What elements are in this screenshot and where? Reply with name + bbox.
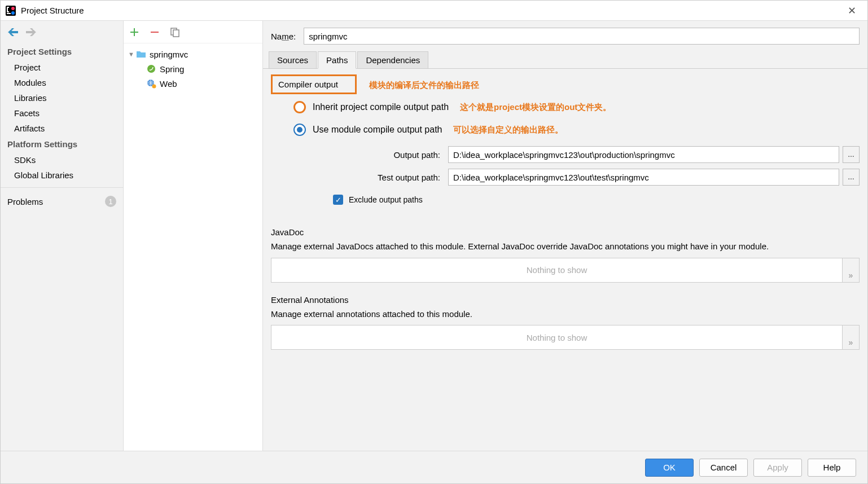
annotation-compiler-output: 模块的编译后文件的输出路径 — [369, 80, 479, 90]
nav-forward-icon[interactable]: 🡪 — [25, 26, 37, 39]
output-path-browse-button[interactable]: … — [843, 146, 860, 163]
external-expand-icon[interactable]: » — [843, 325, 860, 350]
javadoc-box: Nothing to show » — [271, 258, 860, 283]
apply-button[interactable]: Apply — [753, 459, 802, 477]
module-tree: ▼ springmvc Spring Web — [124, 43, 262, 94]
sidebar-item-global-libraries[interactable]: Global Libraries — [1, 168, 123, 183]
compile-output-options: Inherit project compile output path 这个就是… — [271, 95, 860, 223]
body: 🡨 🡪 Project Settings Project Modules Lib… — [1, 21, 867, 451]
tab-body-paths: Compiler output 模块的编译后文件的输出路径 Inherit pr… — [263, 68, 867, 451]
svg-point-9 — [152, 85, 156, 89]
tab-paths[interactable]: Paths — [318, 51, 356, 69]
radio-use-module-row[interactable]: Use module compile output path 可以选择自定义的输… — [293, 124, 860, 136]
sidebar-item-sdks[interactable]: SDKs — [1, 152, 123, 168]
test-output-path-browse-button[interactable]: … — [843, 169, 860, 186]
external-placeholder: Nothing to show — [271, 325, 843, 350]
test-output-path-label: Test output path: — [327, 173, 440, 182]
tree-root-label: springmvc — [150, 50, 188, 59]
intellij-icon — [5, 5, 16, 16]
sidebar-item-libraries[interactable]: Libraries — [1, 90, 123, 105]
name-row: Name: — [263, 21, 867, 51]
svg-point-2 — [11, 7, 15, 10]
tab-sources[interactable]: Sources — [269, 51, 317, 69]
sidebar: 🡨 🡪 Project Settings Project Modules Lib… — [1, 21, 124, 451]
tree-item-spring[interactable]: Spring — [124, 61, 262, 76]
add-icon[interactable] — [129, 27, 139, 37]
external-annotations-group: External Annotations Manage external ann… — [271, 295, 860, 350]
project-settings-heading: Project Settings — [1, 43, 123, 60]
titlebar: Project Structure ✕ — [1, 1, 867, 21]
annotation-inherit: 这个就是project模块设置的out文件夹。 — [460, 102, 611, 113]
external-title: External Annotations — [271, 295, 860, 305]
problems-count-badge: 1 — [105, 196, 116, 207]
nav-arrows: 🡨 🡪 — [1, 21, 123, 43]
output-path-label: Output path: — [327, 150, 440, 160]
tab-dependencies[interactable]: Dependencies — [357, 51, 428, 69]
ok-button[interactable]: OK — [645, 459, 694, 477]
sidebar-divider — [1, 187, 123, 188]
radio-inherit-row[interactable]: Inherit project compile output path 这个就是… — [293, 101, 860, 113]
sidebar-item-project[interactable]: Project — [1, 60, 123, 75]
sidebar-item-problems[interactable]: Problems 1 — [1, 192, 123, 210]
sidebar-item-modules[interactable]: Modules — [1, 75, 123, 90]
name-input[interactable] — [304, 28, 860, 45]
caret-down-icon[interactable]: ▼ — [128, 51, 136, 58]
folder-icon — [136, 49, 146, 59]
svg-rect-6 — [173, 30, 179, 37]
window-title: Project Structure — [21, 6, 840, 15]
output-path-row: Output path: … — [327, 146, 860, 163]
module-tree-panel: ▼ springmvc Spring Web — [124, 21, 263, 451]
radio-use-module-label: Use module compile output path — [313, 125, 442, 135]
javadoc-group: JavaDoc Manage external JavaDocs attache… — [271, 227, 860, 283]
sidebar-item-artifacts[interactable]: Artifacts — [1, 121, 123, 136]
radio-inherit-label: Inherit project compile output path — [313, 102, 449, 112]
platform-settings-heading: Platform Settings — [1, 136, 123, 152]
radio-inherit[interactable] — [293, 101, 306, 113]
svg-rect-1 — [7, 13, 11, 14]
tabs: Sources Paths Dependencies — [263, 51, 867, 69]
copy-icon[interactable] — [170, 27, 180, 37]
javadoc-expand-icon[interactable]: » — [843, 258, 860, 283]
external-box: Nothing to show » — [271, 325, 860, 350]
javadoc-placeholder: Nothing to show — [271, 258, 843, 283]
compiler-output-heading-row: Compiler output 模块的编译后文件的输出路径 — [271, 74, 860, 95]
exclude-label: Exclude output paths — [349, 195, 423, 204]
spring-icon — [146, 64, 156, 74]
tree-item-label: Spring — [160, 64, 184, 74]
web-icon — [146, 78, 156, 89]
test-output-path-row: Test output path: … — [327, 169, 860, 186]
radio-use-module[interactable] — [293, 124, 306, 136]
main-panel: Name: Sources Paths Dependencies Compile… — [263, 21, 867, 451]
problems-label: Problems — [7, 197, 43, 206]
project-structure-window: Project Structure ✕ 🡨 🡪 Project Settings… — [0, 0, 868, 484]
output-path-input[interactable] — [448, 146, 839, 163]
svg-point-7 — [147, 65, 155, 73]
cancel-button[interactable]: Cancel — [699, 459, 748, 477]
name-label: Name: — [271, 32, 296, 41]
remove-icon[interactable] — [150, 27, 160, 37]
close-icon[interactable]: ✕ — [840, 5, 863, 17]
exclude-checkbox[interactable]: ✓ — [333, 195, 343, 205]
tree-item-web[interactable]: Web — [124, 76, 262, 91]
footer: OK Cancel Apply Help — [1, 451, 867, 483]
test-output-path-input[interactable] — [448, 169, 839, 186]
nav-back-icon[interactable]: 🡨 — [7, 26, 19, 39]
exclude-output-row[interactable]: ✓ Exclude output paths — [333, 195, 860, 205]
compiler-output-title: Compiler output — [271, 74, 357, 94]
help-button[interactable]: Help — [808, 459, 856, 477]
external-desc: Manage external annotations attached to … — [271, 308, 860, 321]
tree-toolbar — [124, 21, 262, 43]
sidebar-item-facets[interactable]: Facets — [1, 105, 123, 121]
tree-root[interactable]: ▼ springmvc — [124, 47, 262, 61]
javadoc-title: JavaDoc — [271, 227, 860, 237]
svg-point-3 — [11, 11, 15, 15]
svg-rect-4 — [151, 32, 159, 33]
tree-item-label: Web — [160, 79, 177, 89]
javadoc-desc: Manage external JavaDocs attached to thi… — [271, 240, 860, 253]
annotation-use-module: 可以选择自定义的输出路径。 — [453, 125, 563, 135]
